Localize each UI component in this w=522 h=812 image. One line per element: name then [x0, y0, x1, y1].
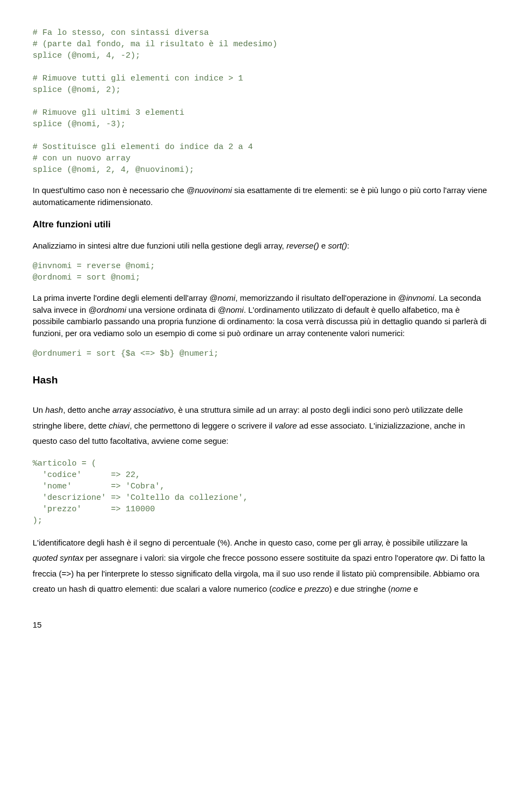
italic-text: quoted syntax	[33, 553, 83, 562]
code-block-3: @ordnumeri = sort {$a <=> $b} @numeri;	[33, 348, 489, 359]
text: Analizziamo in sintesi altre due funzion…	[33, 241, 287, 250]
italic-text: @nuovinomi	[187, 185, 232, 195]
italic-text: @nomi	[209, 293, 235, 302]
page-number: 15	[33, 619, 489, 631]
text: In quest'ultimo caso non è necessario ch…	[33, 185, 187, 195]
italic-text: hash	[45, 405, 63, 414]
italic-text: array associativo	[113, 405, 174, 414]
paragraph-3: La prima inverte l'ordine degli elementi…	[33, 292, 489, 339]
text: per assegnare i valori: sia virgole che …	[83, 553, 435, 562]
text: , detto anche	[63, 405, 113, 414]
paragraph-4: Un hash, detto anche array associativo, …	[33, 402, 489, 449]
code-block-4: %articolo = ( 'codice' => 22, 'nome' => …	[33, 458, 489, 526]
paragraph-5: L'identificatore degli hash è il segno d…	[33, 535, 489, 597]
italic-text: reverse()	[287, 241, 319, 250]
italic-text: prezzo	[304, 584, 329, 593]
code-block-2: @invnomi = reverse @nomi; @ordnomi = sor…	[33, 261, 489, 283]
text: , che permettono di leggere o scrivere i…	[129, 421, 275, 430]
italic-text: @nomi	[217, 305, 244, 314]
text: ) e due stringhe (	[329, 584, 390, 593]
italic-text: codice	[272, 584, 295, 593]
text: una versione ordinata di	[126, 305, 217, 314]
italic-text: chiavi	[109, 421, 129, 430]
text: e	[296, 584, 305, 593]
text: :	[347, 241, 349, 250]
text: .	[244, 305, 246, 314]
italic-text: @ordnomi	[89, 305, 126, 314]
italic-text: @invnomi	[398, 293, 434, 302]
text: e	[411, 584, 418, 593]
text: Un	[33, 405, 45, 414]
paragraph-2: Analizziamo in sintesi altre due funzion…	[33, 240, 489, 252]
text: L'identificatore degli hash è il segno d…	[33, 538, 468, 547]
paragraph-1: In quest'ultimo caso non è necessario ch…	[33, 184, 489, 208]
code-block-1: # Fa lo stesso, con sintassi diversa # (…	[33, 27, 489, 176]
italic-text: sort()	[328, 241, 347, 250]
italic-text: valore	[275, 421, 297, 430]
text: La prima inverte l'ordine degli elementi…	[33, 293, 209, 302]
text: , memorizzando il risultato dell'operazi…	[235, 293, 398, 302]
italic-text: nome	[391, 584, 412, 593]
heading-hash: Hash	[33, 373, 489, 388]
text: e	[319, 241, 328, 250]
heading-altre-funzioni: Altre funzioni utili	[33, 218, 489, 232]
italic-text: qw	[436, 553, 446, 562]
